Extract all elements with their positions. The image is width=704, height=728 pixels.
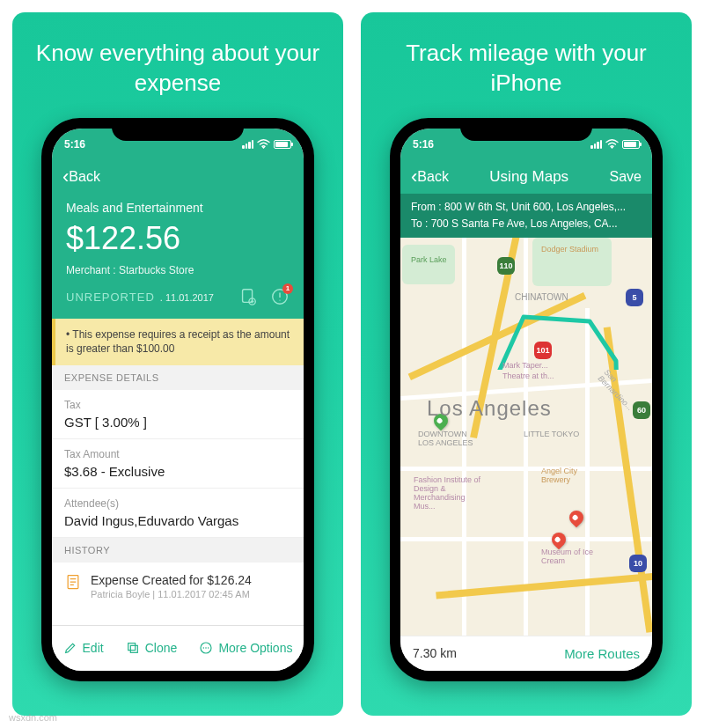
hwy-10-badge: 10: [629, 555, 647, 572]
history-subtitle: Patricia Boyle | 11.01.2017 02:45 AM: [91, 589, 252, 599]
warning-message: • This expense requires a receipt as the…: [52, 319, 304, 366]
map-label: LITTLE TOKYO: [524, 430, 579, 438]
poi-pin-icon[interactable]: [567, 508, 587, 528]
signal-icon: [590, 140, 602, 149]
map-label: DOWNTOWN LOS ANGELES: [418, 430, 480, 447]
map-label: Dodger Stadium: [541, 245, 598, 254]
map-label: Angel City Brewery: [541, 467, 594, 484]
clone-button[interactable]: Clone: [126, 641, 178, 655]
section-header-history: HISTORY: [52, 538, 304, 563]
phone-frame: 5:16 ‹ Back Meals and Entertainment $122…: [41, 118, 314, 681]
map-city-label: Los Angeles: [427, 396, 552, 421]
hwy-5-badge: 5: [626, 289, 643, 306]
bottom-toolbar: Edit Clone More Options: [52, 625, 304, 671]
status-time: 5:16: [64, 138, 85, 151]
expense-category: Meals and Entertainment: [66, 201, 290, 215]
history-title: Expense Created for $126.24: [91, 573, 252, 587]
edit-button[interactable]: Edit: [63, 641, 104, 655]
back-button[interactable]: ‹ Back: [411, 167, 449, 187]
expense-merchant: Merchant : Starbucks Store: [66, 264, 290, 276]
expense-summary: Meals and Entertainment $122.56 Merchant…: [52, 194, 304, 319]
promo-card-expense: Know everything about your expense 5:16 …: [12, 12, 343, 716]
map-label: CHINATOWN: [515, 292, 568, 302]
expense-status: UNREPORTED. 11.01.2017: [66, 289, 214, 305]
battery-icon: [622, 140, 640, 149]
field-tax[interactable]: Tax GST [ 3.00% ]: [52, 390, 304, 439]
svg-rect-0: [243, 289, 253, 302]
route-to: To : 700 S Santa Fe Ave, Los Angeles, CA…: [411, 216, 642, 232]
phone-notch: [460, 118, 592, 141]
save-button[interactable]: Save: [610, 169, 642, 185]
promo-title: Know everything about your expense: [12, 39, 343, 99]
section-header-details: EXPENSE DETAILS: [52, 365, 304, 390]
expense-details[interactable]: EXPENSE DETAILS Tax GST [ 3.00% ] Tax Am…: [52, 365, 304, 624]
more-routes-button[interactable]: More Routes: [564, 646, 640, 661]
document-icon: [64, 573, 82, 591]
expense-amount: $122.56: [66, 220, 290, 257]
map-label: Fashion Institute of Design & Merchandis…: [414, 475, 484, 511]
status-icons: [242, 139, 291, 149]
chevron-left-icon: ‹: [411, 167, 417, 187]
field-tax-amount[interactable]: Tax Amount $3.68 - Exclusive: [52, 439, 304, 489]
map-view[interactable]: 101 110 10 60 5 Los Angeles Park Lake Do…: [400, 238, 652, 636]
status-time: 5:16: [413, 138, 434, 151]
map-label: Theatre at th...: [502, 371, 554, 380]
nav-bar: ‹ Back: [52, 160, 304, 194]
status-icons: [590, 139, 640, 149]
wifi-icon: [257, 139, 270, 149]
route-addresses: From : 800 W 6th St, Unit 600, Los Angel…: [400, 194, 652, 238]
map-label: Park Lake: [411, 255, 447, 264]
svg-rect-5: [130, 645, 137, 652]
expense-header: ‹ Back Meals and Entertainment $122.56 M…: [52, 160, 304, 319]
wifi-icon: [605, 139, 619, 149]
route-from: From : 800 W 6th St, Unit 600, Los Angel…: [411, 199, 642, 216]
svg-point-9: [208, 647, 209, 649]
more-icon: [199, 641, 213, 655]
map-label: Museum of Ice Cream: [541, 548, 603, 565]
notification-badge: 1: [282, 283, 293, 294]
back-label: Back: [69, 169, 100, 185]
page-title: Using Maps: [489, 168, 568, 186]
battery-icon: [274, 140, 291, 149]
phone-notch: [112, 118, 244, 141]
alert-icon[interactable]: 1: [270, 287, 290, 306]
more-options-button[interactable]: More Options: [199, 641, 292, 655]
svg-point-7: [203, 647, 205, 649]
history-item[interactable]: Expense Created for $126.24 Patricia Boy…: [52, 563, 304, 610]
map-footer: 7.30 km More Routes: [400, 636, 652, 671]
signal-icon: [242, 140, 253, 149]
phone-screen: 5:16 ‹ Back Meals and Entertainment $122…: [52, 129, 304, 671]
end-pin-icon[interactable]: [549, 530, 569, 550]
promo-title: Track mileage with your iPhone: [361, 39, 692, 99]
maps-header: ‹ Back Using Maps Save: [400, 160, 652, 194]
hwy-101-badge: 101: [534, 342, 552, 359]
field-attendees[interactable]: Attendee(s) David Ingus,Eduvardo Vargas: [52, 489, 304, 538]
chevron-left-icon: ‹: [62, 167, 69, 187]
svg-rect-4: [128, 643, 135, 651]
watermark: wsxdn.com: [9, 712, 57, 723]
pencil-icon: [63, 641, 77, 655]
svg-point-8: [206, 647, 208, 649]
promo-card-mileage: Track mileage with your iPhone 5:16 ‹ Ba…: [361, 12, 692, 716]
map-label: San Bernardino...: [597, 368, 650, 422]
hwy-110-badge: 110: [497, 257, 515, 275]
route-distance: 7.30 km: [413, 646, 457, 660]
phone-screen: 5:16 ‹ Back Using Maps Save F: [400, 129, 652, 671]
attach-receipt-icon[interactable]: [238, 287, 258, 306]
back-button[interactable]: ‹ Back: [62, 167, 100, 187]
back-label: Back: [417, 169, 449, 185]
map-label: Mark Taper...: [502, 361, 548, 370]
phone-frame: 5:16 ‹ Back Using Maps Save F: [390, 118, 663, 681]
clone-icon: [126, 641, 140, 655]
